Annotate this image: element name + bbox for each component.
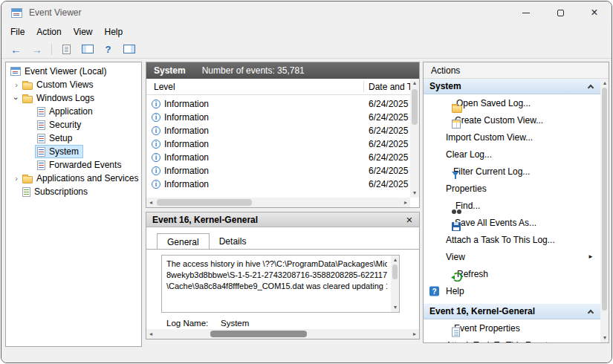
scroll-down-icon[interactable] <box>391 303 400 312</box>
log-icon <box>37 120 45 130</box>
forward-button[interactable] <box>28 42 45 56</box>
tree-item-subscriptions[interactable]: Subscriptions <box>6 185 141 198</box>
column-date[interactable]: Date and T <box>369 82 410 92</box>
event-row[interactable]: Information6/24/2025 <box>146 111 410 124</box>
log-icon <box>37 147 45 157</box>
event-date-cell: 6/24/2025 <box>369 166 408 176</box>
event-viewer-icon <box>10 67 21 76</box>
scroll-up-icon[interactable] <box>391 256 400 264</box>
back-button[interactable] <box>7 42 25 56</box>
actions-vscroll-thumb[interactable] <box>602 88 607 311</box>
scroll-down-icon[interactable] <box>600 334 609 342</box>
event-row[interactable]: Information6/24/2025 <box>146 151 410 164</box>
menu-view[interactable]: View <box>68 25 99 39</box>
information-icon <box>152 180 160 189</box>
tree-item-forwarded-events[interactable]: Forwarded Events <box>6 158 141 172</box>
action-properties[interactable]: Properties <box>424 180 600 197</box>
action-attach-a-task-to-this-log[interactable]: Attach a Task To This Log... <box>424 231 600 248</box>
column-divider[interactable] <box>363 81 364 92</box>
chevron-right-icon[interactable] <box>12 175 21 183</box>
event-level-cell: Information <box>164 152 209 163</box>
action-filter-current-log[interactable]: Filter Current Log... <box>424 163 600 180</box>
column-level[interactable]: Level <box>154 82 175 92</box>
description-vscroll-thumb[interactable] <box>392 264 398 279</box>
menu-file[interactable]: File <box>4 25 30 39</box>
log-name-row: Log Name: System <box>166 319 249 328</box>
menu-help[interactable]: Help <box>99 25 129 39</box>
event-row[interactable]: Information6/24/2025 <box>146 178 410 191</box>
tree-item-system[interactable]: System <box>6 145 141 158</box>
maximize-button[interactable] <box>543 1 577 24</box>
menu-action[interactable]: Action <box>30 25 67 39</box>
export-list-button[interactable] <box>58 42 75 56</box>
events-horizontal-scrollbar[interactable] <box>146 198 410 207</box>
action-open-saved-log[interactable]: Open Saved Log... <box>424 94 600 111</box>
event-row[interactable]: Information6/24/2025 <box>146 124 410 137</box>
action-event-properties[interactable]: Event Properties <box>424 319 600 337</box>
action-refresh[interactable]: Refresh <box>424 265 600 282</box>
collapse-chevron-icon[interactable] <box>588 310 594 316</box>
scroll-up-icon[interactable] <box>410 79 419 88</box>
event-row[interactable]: Information6/24/2025 <box>146 137 410 151</box>
event-description-box[interactable]: The access history in hive \??\C:\Progra… <box>161 255 400 313</box>
action-save-all-events-as[interactable]: Save All Events As... <box>424 214 600 231</box>
action-item-label: Filter Current Log... <box>453 166 530 177</box>
minimize-icon <box>522 13 530 13</box>
subscriptions-icon <box>22 187 30 197</box>
events-hscroll-thumb[interactable] <box>157 199 252 206</box>
action-create-custom-view[interactable]: Create Custom View... <box>424 111 600 129</box>
tree-item-label: Subscriptions <box>34 186 88 197</box>
event-row[interactable]: Information6/24/2025 <box>146 97 410 111</box>
collapse-chevron-icon[interactable] <box>588 85 594 91</box>
show-action-pane-button[interactable] <box>120 42 137 56</box>
tree-item-applications-and-services-log[interactable]: Applications and Services Log <box>6 172 141 185</box>
action-item-label: Open Saved Log... <box>456 98 531 108</box>
tree-item-application[interactable]: Application <box>6 105 141 118</box>
tree-item-event-viewer-local[interactable]: Event Viewer (Local) <box>6 65 141 78</box>
information-icon <box>152 113 160 122</box>
scroll-down-icon[interactable] <box>410 189 419 198</box>
help-button[interactable] <box>100 42 117 56</box>
tab-general[interactable]: General <box>157 233 210 249</box>
action-find[interactable]: Find... <box>424 197 600 214</box>
chevron-right-icon[interactable] <box>12 81 21 89</box>
log-icon <box>37 107 45 117</box>
actions-section-header-event-16-kernel-general[interactable]: Event 16, Kernel-General <box>424 304 600 319</box>
tree-item-security[interactable]: Security <box>6 118 141 131</box>
show-console-tree-button[interactable] <box>79 42 96 56</box>
detail-close-button[interactable] <box>402 212 417 227</box>
tree-item-setup[interactable]: Setup <box>6 131 141 145</box>
event-row[interactable]: Information6/24/2025 <box>146 164 410 178</box>
detail-hscroll-thumb[interactable] <box>210 331 307 337</box>
tree-item-custom-views[interactable]: Custom Views <box>6 78 141 91</box>
scroll-up-icon[interactable] <box>600 79 609 88</box>
description-vertical-scrollbar[interactable] <box>391 256 399 312</box>
events-vertical-scrollbar[interactable] <box>410 79 419 198</box>
submenu-arrow-icon <box>588 253 594 260</box>
show-console-tree-icon <box>82 45 94 53</box>
detail-horizontal-scrollbar[interactable] <box>146 329 419 339</box>
action-view[interactable]: View <box>424 248 600 265</box>
action-clear-log[interactable]: Clear Log... <box>424 146 600 163</box>
events-vscroll-thumb[interactable] <box>412 89 418 125</box>
scroll-right-icon[interactable] <box>410 329 419 339</box>
scroll-right-icon[interactable] <box>401 198 410 207</box>
action-import-custom-view[interactable]: Import Custom View... <box>424 129 600 146</box>
menubar: FileActionViewHelp <box>1 24 612 40</box>
actions-body: SystemOpen Saved Log...Create Custom Vie… <box>424 79 600 342</box>
action-attach-task-to-this-event[interactable]: Attach Task To This Event... <box>424 337 600 342</box>
scroll-left-icon[interactable] <box>146 329 155 339</box>
close-button[interactable] <box>577 1 612 24</box>
minimize-button[interactable] <box>509 1 543 24</box>
tab-details[interactable]: Details <box>210 234 256 250</box>
scroll-left-icon[interactable] <box>146 198 155 207</box>
tree-item-windows-logs[interactable]: Windows Logs <box>6 91 141 105</box>
chevron-down-icon[interactable] <box>12 94 21 103</box>
action-icon-spacer <box>429 339 441 342</box>
actions-vertical-scrollbar[interactable] <box>600 79 609 342</box>
tree-item-label: Setup <box>49 133 72 143</box>
action-help[interactable]: Help <box>424 282 600 299</box>
actions-section-header-system[interactable]: System <box>424 79 600 94</box>
toolbar <box>1 40 612 59</box>
information-icon <box>152 153 160 162</box>
